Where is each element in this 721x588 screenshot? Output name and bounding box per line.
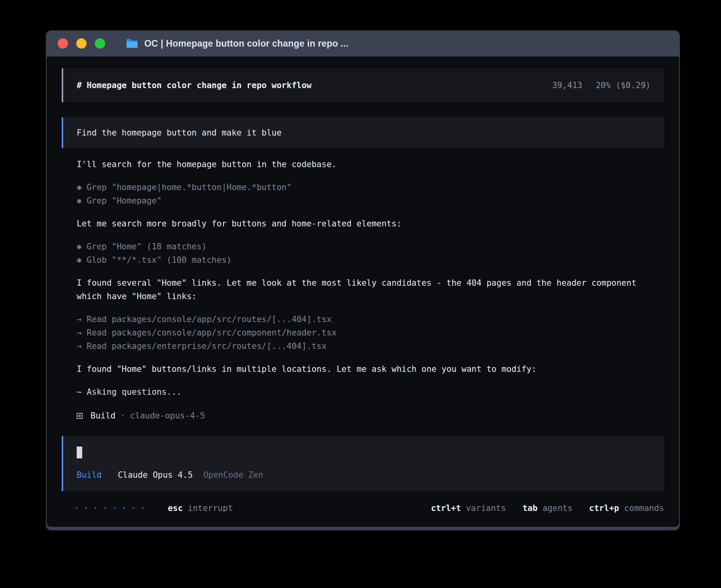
zoom-button[interactable] <box>95 38 105 49</box>
statusbar: ········ esc interrupt ctrl+t variants t… <box>62 501 664 515</box>
assistant-text: Let me search more broadly for buttons a… <box>77 217 649 230</box>
tool-call-group: → Read packages/console/app/src/routes/[… <box>77 313 649 353</box>
shortcut-key: ctrl+p <box>589 503 619 513</box>
grep-tool-call: ✱ Grep "Homepage" <box>77 194 649 207</box>
user-message-text: Find the homepage button and make it blu… <box>77 128 281 138</box>
session-stats: 39,413 20% ($0.29) <box>552 79 651 92</box>
session-title: # Homepage button color change in repo w… <box>77 79 311 92</box>
read-tool-call: → Read packages/console/app/src/routes/[… <box>77 313 649 326</box>
terminal-window: OC | Homepage button color change in rep… <box>46 30 680 530</box>
agent-badge: Build · claude-opus-4-5 <box>77 409 649 422</box>
interrupt-label: interrupt <box>188 503 233 513</box>
prompt-input[interactable]: Build Claude Opus 4.5 OpenCode Zen <box>62 436 664 491</box>
shortcut-key: tab <box>523 503 538 513</box>
context-usage: 20% ($0.29) <box>596 79 651 92</box>
tool-call-group: ✱ Grep "homepage|home.*button|Home.*butt… <box>77 181 649 207</box>
folder-icon <box>126 38 138 49</box>
shortcut-key: ctrl+t <box>431 503 461 513</box>
tool-call-group: ✱ Grep "Home" (18 matches) ✱ Glob "**/*.… <box>77 240 649 267</box>
agent-name: Build <box>91 409 115 422</box>
terminal-content: # Homepage button color change in repo w… <box>47 57 679 527</box>
window-title: OC | Homepage button color change in rep… <box>144 38 348 49</box>
read-tool-call: → Read packages/console/app/src/componen… <box>77 326 649 339</box>
esc-key-label: esc <box>168 503 183 513</box>
text-cursor <box>77 447 82 458</box>
assistant-text: I found several "Home" links. Let me loo… <box>77 276 649 303</box>
square-dot-icon <box>77 413 83 419</box>
input-mode-label: Build <box>77 470 102 480</box>
shortcut-variants: ctrl+t variants <box>431 501 506 515</box>
titlebar: OC | Homepage button color change in rep… <box>47 30 679 57</box>
shortcut-label: commands <box>624 503 664 513</box>
agent-separator: · <box>120 409 125 422</box>
shortcut-agents: tab agents <box>523 501 572 515</box>
input-model-label: Claude Opus 4.5 <box>118 470 193 480</box>
assistant-text: I'll search for the homepage button in t… <box>77 158 649 171</box>
shortcut-commands: ctrl+p commands <box>589 501 664 515</box>
grep-tool-call: ✱ Grep "homepage|home.*button|Home.*butt… <box>77 181 649 194</box>
user-message: Find the homepage button and make it blu… <box>62 117 664 148</box>
working-status: ~ Asking questions... <box>77 385 649 399</box>
token-count: 39,413 <box>552 79 582 92</box>
session-header: # Homepage button color change in repo w… <box>62 68 664 102</box>
assistant-text: I found "Home" buttons/links in multiple… <box>77 362 649 376</box>
agent-model: claude-opus-4-5 <box>130 409 205 422</box>
shortcut-label: agents <box>542 503 572 513</box>
minimize-button[interactable] <box>76 38 87 49</box>
traffic-lights <box>58 38 105 49</box>
read-tool-call: → Read packages/enterprise/src/routes/[.… <box>77 339 649 353</box>
spinner-dots-icon: ········ <box>74 501 149 515</box>
shortcut-hints: ctrl+t variants tab agents ctrl+p comman… <box>431 501 664 515</box>
titlebar-title-group: OC | Homepage button color change in rep… <box>126 38 348 49</box>
shortcut-label: variants <box>466 503 506 513</box>
grep-tool-call: ✱ Grep "Home" (18 matches) <box>77 240 649 253</box>
assistant-transcript: I'll search for the homepage button in t… <box>62 148 664 422</box>
close-button[interactable] <box>58 38 68 49</box>
interrupt-hint: esc interrupt <box>168 501 232 515</box>
input-meta: Build Claude Opus 4.5 OpenCode Zen <box>77 468 651 482</box>
glob-tool-call: ✱ Glob "**/*.tsx" (100 matches) <box>77 253 649 267</box>
input-provider-label: OpenCode Zen <box>203 470 263 480</box>
